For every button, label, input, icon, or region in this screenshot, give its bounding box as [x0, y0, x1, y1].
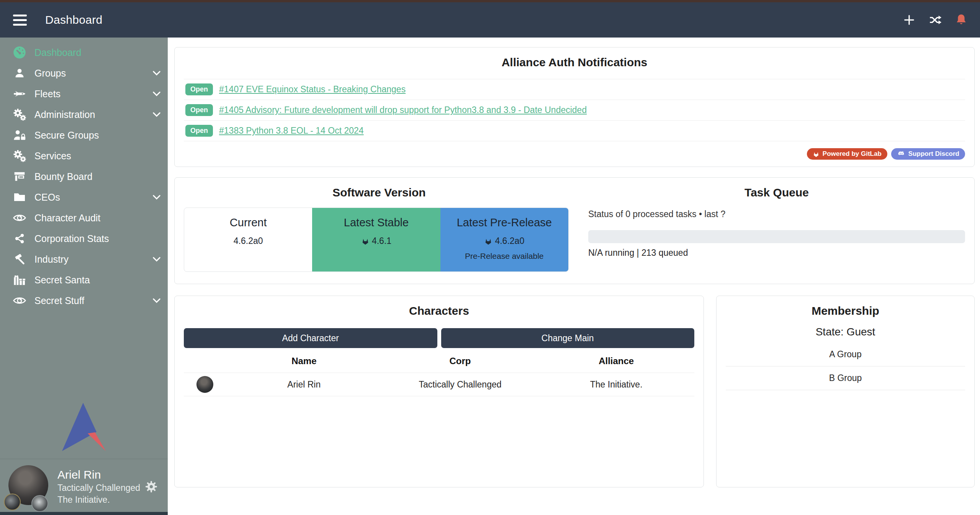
sidebar-item-administration[interactable]: Administration — [0, 104, 168, 125]
characters-title: Characters — [184, 304, 694, 317]
notification-link[interactable]: #1405 Advisory: Future development will … — [219, 105, 587, 115]
sidebar-item-label: Character Audit — [34, 213, 100, 224]
chevron-down-icon — [152, 195, 161, 200]
gifts-icon — [11, 275, 28, 285]
support-discord-badge[interactable]: Support Discord — [891, 148, 965, 160]
dashboard-gauge-icon — [11, 46, 28, 59]
alliance-logo-badge — [31, 495, 48, 512]
sidebar-item-bounty-board[interactable]: Bounty Board — [0, 166, 168, 187]
column-header-corp: Corp — [382, 348, 538, 373]
notification-row: Open #1407 EVE Equinox Status - Breaking… — [184, 79, 965, 100]
add-character-button[interactable]: Add Character — [184, 328, 437, 348]
main-content: Alliance Auth Notifications Open #1407 E… — [168, 38, 980, 515]
sidebar-item-secure-groups[interactable]: Secure Groups — [0, 125, 168, 146]
user-name: Ariel Rin — [57, 468, 140, 481]
version-latest-prerelease: Latest Pre-Release 4.6.2a0 Pre-Release a… — [440, 208, 568, 271]
sidebar-item-label: Administration — [34, 109, 95, 120]
notifications-bell-icon[interactable] — [955, 14, 967, 26]
sidebar-item-character-audit[interactable]: Character Audit — [0, 208, 168, 228]
sidebar-item-secret-santa[interactable]: Secret Santa — [0, 270, 168, 290]
characters-panel: Characters Add Character Change Main Nam… — [174, 296, 704, 487]
user-icon — [11, 68, 28, 78]
sidebar-item-corporation-stats[interactable]: Corporation Stats — [0, 228, 168, 249]
software-version-task-queue-panel: Software Version Current 4.6.2a0 Latest … — [174, 177, 975, 284]
gears-icon — [11, 150, 28, 162]
space-shuttle-icon — [11, 89, 28, 98]
task-progress-bar — [588, 230, 965, 243]
sidebar-item-ceos[interactable]: CEOs — [0, 187, 168, 208]
change-main-button[interactable]: Change Main — [441, 328, 695, 348]
sidebar-item-label: Groups — [34, 68, 66, 79]
sidebar-item-label: Secret Santa — [34, 275, 90, 286]
character-name: Ariel Rin — [226, 379, 382, 390]
membership-panel: Membership State: Guest A Group B Group — [716, 296, 975, 487]
gitlab-tanuki-icon — [361, 237, 370, 245]
chevron-down-icon — [152, 91, 161, 96]
notification-link[interactable]: #1407 EVE Equinox Status - Breaking Chan… — [219, 84, 406, 95]
sidebar-item-dashboard[interactable]: Dashboard — [0, 42, 168, 63]
gitlab-tanuki-icon — [484, 237, 492, 245]
column-header-portrait — [184, 353, 226, 367]
chevron-down-icon — [152, 298, 161, 303]
notifications-title: Alliance Auth Notifications — [184, 56, 965, 69]
user-lock-icon — [11, 130, 28, 141]
sidebar-item-groups[interactable]: Groups — [0, 63, 168, 83]
page-title: Dashboard — [45, 13, 102, 26]
discord-icon — [897, 151, 905, 157]
sidebar-item-label: Bounty Board — [34, 171, 93, 182]
powered-by-gitlab-badge[interactable]: Powered by GitLab — [807, 148, 887, 160]
user-avatar[interactable] — [8, 465, 49, 508]
notification-link[interactable]: #1383 Python 3.8 EOL - 14 Oct 2024 — [219, 126, 364, 136]
hammer-icon — [11, 253, 28, 265]
corp-logo-badge — [4, 494, 21, 510]
sidebar-item-label: Secure Groups — [34, 130, 99, 141]
menu-toggle-icon[interactable] — [13, 15, 27, 26]
sidebar-item-label: Secret Stuff — [34, 295, 84, 306]
version-box: Current 4.6.2a0 Latest Stable 4.6.1 Late… — [184, 208, 569, 272]
folder-icon — [11, 192, 28, 202]
sidebar-item-label: Fleets — [34, 88, 61, 100]
task-queue-title: Task Queue — [588, 186, 965, 199]
sidebar-item-label: Services — [34, 150, 71, 162]
version-current: Current 4.6.2a0 — [184, 208, 312, 271]
membership-state: State: Guest — [726, 326, 965, 338]
alliance-auth-logo — [62, 402, 106, 453]
notification-row: Open #1405 Advisory: Future development … — [184, 100, 965, 121]
version-latest-stable: Latest Stable 4.6.1 — [312, 208, 440, 271]
notification-row: Open #1383 Python 3.8 EOL - 14 Oct 2024 — [184, 121, 965, 141]
sidebar-item-fleets[interactable]: Fleets — [0, 83, 168, 104]
character-row-portrait — [196, 376, 213, 393]
chevron-down-icon — [152, 112, 161, 117]
user-alliance: The Initiative. — [57, 495, 140, 505]
sidebar-item-services[interactable]: Services — [0, 146, 168, 166]
add-character-icon[interactable] — [903, 14, 915, 26]
sidebar-item-secret-stuff[interactable]: Secret Stuff — [0, 290, 168, 311]
task-queue-section: Task Queue Status of 0 processed tasks •… — [574, 186, 965, 273]
user-corp: Tactically Challenged — [57, 483, 140, 493]
status-badge: Open — [185, 104, 213, 116]
membership-group-item: A Group — [726, 343, 965, 366]
chevron-down-icon — [152, 257, 161, 262]
user-panel: Ariel Rin Tactically Challenged The Init… — [0, 459, 168, 512]
sidebar-item-label: Industry — [34, 254, 69, 265]
change-main-shuffle-icon[interactable] — [929, 14, 942, 26]
eye-icon — [11, 213, 28, 222]
navbar: Dashboard — [0, 2, 980, 38]
eye-icon — [11, 296, 28, 305]
sidebar-item-label: Dashboard — [34, 47, 81, 58]
character-corp: Tactically Challenged — [382, 379, 538, 390]
store-icon — [11, 171, 28, 182]
chevron-down-icon — [152, 70, 161, 76]
sidebar-item-industry[interactable]: Industry — [0, 249, 168, 270]
user-settings-gear-icon[interactable] — [145, 480, 158, 493]
task-queue-summary: N/A running | 213 queued — [588, 248, 965, 258]
task-queue-status: Status of 0 processed tasks • last ? — [588, 209, 965, 219]
software-version-section: Software Version Current 4.6.2a0 Latest … — [184, 186, 574, 273]
gears-icon — [11, 108, 28, 121]
column-header-name: Name — [226, 348, 382, 373]
column-header-alliance: Alliance — [538, 348, 694, 373]
sidebar-item-label: Corporation Stats — [34, 233, 109, 244]
sidebar-bottom-strip — [0, 512, 168, 515]
sidebar: Dashboard Groups Fleets — [0, 38, 168, 515]
notifications-panel: Alliance Auth Notifications Open #1407 E… — [174, 47, 975, 167]
